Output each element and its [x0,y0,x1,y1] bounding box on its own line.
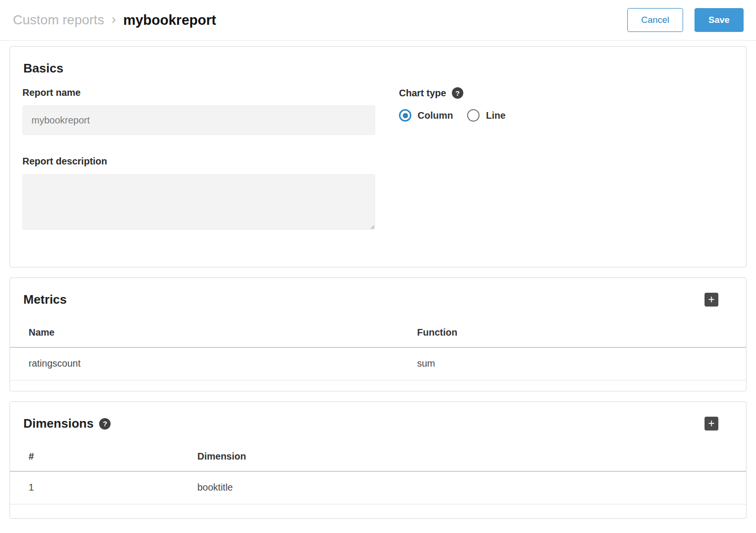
basics-title: Basics [23,61,63,76]
dimensions-column-dimension: Dimension [197,451,727,462]
dimensions-table-header: # Dimension [10,444,746,472]
report-name-input[interactable] [22,105,375,135]
chart-type-options: Column Line [399,109,506,122]
dimensions-table-row[interactable]: 1 booktitle [10,472,746,504]
metrics-card-head: Metrics + [10,278,746,307]
dimensions-table: # Dimension 1 booktitle [10,444,746,518]
add-metric-button[interactable]: + [705,293,718,307]
breadcrumb-parent-link[interactable]: Custom reports [13,12,104,28]
chart-type-radio-column-label[interactable]: Column [418,110,453,121]
dimensions-title: Dimensions [23,416,93,431]
dimensions-card-head: Dimensions ? + [10,402,746,431]
basics-body: Report name Report description Chart typ… [10,76,746,267]
cancel-button[interactable]: Cancel [627,8,683,32]
header-actions: Cancel Save [627,8,744,32]
metrics-table-header: Name Function [10,320,746,348]
basics-card-head: Basics [10,47,746,76]
metrics-card: Metrics + Name Function ratingscount sum [10,277,746,391]
dimension-name-cell: booktitle [197,482,727,493]
chart-type-label: Chart type [399,88,446,99]
save-button[interactable]: Save [695,8,744,32]
report-description-label: Report description [22,156,375,167]
report-name-label: Report name [22,87,375,98]
radio-selected-dot [403,113,408,118]
breadcrumb-current: mybookreport [123,12,216,28]
chart-type-radio-line-label[interactable]: Line [486,110,505,121]
chart-type-radio-line[interactable] [467,109,480,122]
metrics-table: Name Function ratingscount sum [10,320,746,391]
chart-type-radio-column[interactable] [399,109,411,122]
breadcrumb: Custom reports › mybookreport [13,12,216,28]
metric-name-cell: ratingscount [29,358,417,369]
help-icon[interactable]: ? [452,87,463,99]
metrics-card-footer [10,380,746,391]
chevron-right-icon: › [111,12,116,28]
metric-function-cell: sum [417,358,727,369]
report-editor: Basics Report name Report description Ch… [0,41,756,533]
report-description-input[interactable] [22,174,375,230]
metrics-column-name: Name [29,327,417,338]
header: Custom reports › mybookreport Cancel Sav… [0,0,756,41]
dimensions-column-index: # [29,451,197,462]
metrics-table-row[interactable]: ratingscount sum [10,348,746,380]
add-dimension-button[interactable]: + [705,417,718,430]
metrics-column-function: Function [417,327,727,338]
dimension-index-cell: 1 [29,482,197,493]
dimensions-help-icon[interactable]: ? [99,418,111,430]
dimensions-card: Dimensions ? + # Dimension 1 booktitle [10,401,746,519]
basics-card: Basics Report name Report description Ch… [10,46,746,267]
dimensions-card-footer [10,504,746,518]
metrics-title: Metrics [23,292,67,307]
